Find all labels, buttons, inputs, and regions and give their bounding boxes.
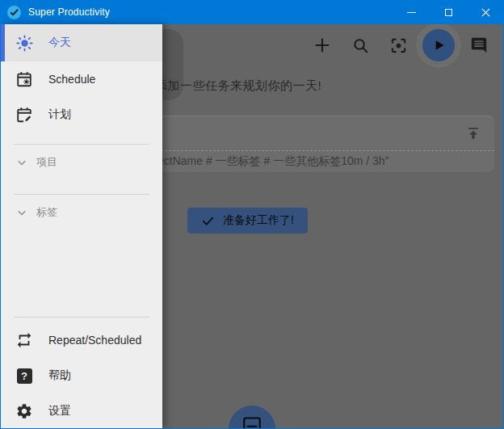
minimize-button[interactable] (393, 0, 430, 24)
focus-mode-button[interactable] (384, 29, 412, 61)
maximize-button[interactable] (430, 0, 467, 24)
maximize-icon (445, 9, 452, 16)
sidebar-item-help[interactable]: ? 帮助 (1, 358, 162, 393)
window-controls (393, 0, 504, 24)
help-icon: ? (15, 366, 34, 385)
play-icon (430, 37, 447, 53)
play-button[interactable] (422, 29, 455, 61)
close-button[interactable] (467, 0, 504, 24)
app-window: Super Productivity 今天 (0, 0, 504, 429)
sidebar: 今天 Schedule (1, 24, 162, 429)
chevron-down-icon (14, 154, 30, 170)
search-button[interactable] (346, 29, 374, 61)
sun-icon (15, 33, 34, 53)
app-logo-icon (7, 6, 21, 19)
sidebar-item-today[interactable]: 今天 (1, 24, 162, 61)
titlebar[interactable]: Super Productivity (0, 0, 504, 24)
sidebar-group-projects[interactable]: 项目 (1, 145, 162, 180)
add-task-bar: ectName # 一些标签 # 一些其他标签10m / 3h” (162, 116, 494, 172)
check-icon (201, 214, 215, 228)
chevron-down-icon (14, 204, 30, 221)
calendar-edit-icon (15, 105, 34, 124)
sidebar-item-planner[interactable]: 计划 (1, 97, 162, 132)
main-content: 添加一些任务来规划你的一天! ectName # 一些标签 # 一些其他标签10… (162, 24, 503, 429)
add-task-input[interactable] (162, 116, 494, 151)
sidebar-item-label: 计划 (48, 107, 71, 122)
sidebar-item-settings[interactable]: 设置 (1, 393, 162, 429)
bottom-add-task-fab[interactable] (229, 406, 275, 429)
sidebar-group-tags[interactable]: 标签 (1, 195, 162, 230)
sidebar-item-repeat-scheduled[interactable]: Repeat/Scheduled (1, 322, 162, 358)
ready-to-work-button[interactable]: 准备好工作了! (187, 208, 308, 233)
sidebar-item-label: 帮助 (48, 368, 71, 383)
keyboard-icon (242, 413, 262, 429)
sidebar-group-label: 标签 (36, 205, 57, 220)
empty-state-heading: 添加一些任务来规划你的一天! (162, 78, 321, 94)
minimize-icon (407, 12, 416, 13)
feedback-button[interactable] (465, 29, 493, 61)
repeat-icon (15, 330, 34, 350)
close-icon (481, 8, 490, 17)
comment-icon (470, 36, 488, 54)
add-task-button[interactable] (309, 29, 336, 61)
gear-icon (15, 402, 34, 421)
sidebar-group-label: 项目 (36, 155, 57, 170)
search-icon (351, 36, 370, 55)
sidebar-item-label: Schedule (48, 73, 95, 86)
sidebar-item-label: 设置 (48, 404, 71, 418)
window-title: Super Productivity (28, 6, 110, 18)
calendar-sun-icon (15, 69, 34, 89)
sidebar-item-label: 今天 (48, 36, 71, 50)
publish-icon[interactable] (465, 125, 481, 141)
ready-to-work-label: 准备好工作了! (223, 213, 294, 228)
sidebar-item-schedule[interactable]: Schedule (1, 61, 162, 97)
focus-mode-icon (389, 36, 408, 55)
main-toolbar (309, 29, 493, 61)
plus-icon (313, 36, 332, 55)
add-task-hint: ectName # 一些标签 # 一些其他标签10m / 3h” (162, 151, 494, 172)
sidebar-item-label: Repeat/Scheduled (48, 334, 141, 347)
